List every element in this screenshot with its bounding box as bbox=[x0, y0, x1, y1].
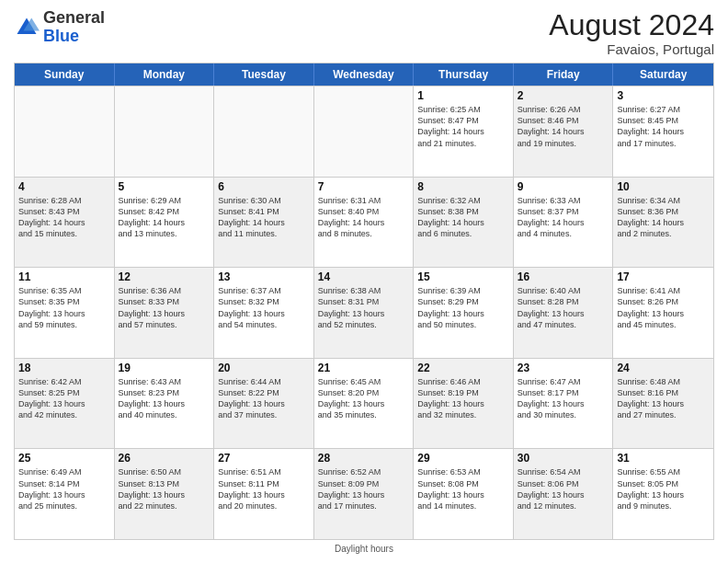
calendar-cell: 26Sunrise: 6:50 AM Sunset: 8:13 PM Dayli… bbox=[115, 449, 215, 539]
calendar-cell bbox=[214, 86, 314, 177]
calendar-cell: 28Sunrise: 6:52 AM Sunset: 8:09 PM Dayli… bbox=[314, 449, 415, 539]
calendar-cell: 29Sunrise: 6:53 AM Sunset: 8:08 PM Dayli… bbox=[414, 449, 514, 539]
day-info: Sunrise: 6:54 AM Sunset: 8:06 PM Dayligh… bbox=[518, 466, 609, 511]
day-number: 15 bbox=[417, 270, 509, 283]
day-number: 7 bbox=[318, 180, 410, 193]
day-info: Sunrise: 6:55 AM Sunset: 8:05 PM Dayligh… bbox=[617, 466, 710, 511]
calendar-cell: 2Sunrise: 6:26 AM Sunset: 8:46 PM Daylig… bbox=[514, 86, 614, 177]
day-info: Sunrise: 6:52 AM Sunset: 8:09 PM Dayligh… bbox=[318, 466, 410, 511]
calendar-cell: 6Sunrise: 6:30 AM Sunset: 8:41 PM Daylig… bbox=[214, 178, 314, 268]
calendar: SundayMondayTuesdayWednesdayThursdayFrid… bbox=[14, 63, 714, 540]
day-info: Sunrise: 6:31 AM Sunset: 8:40 PM Dayligh… bbox=[318, 195, 410, 240]
day-info: Sunrise: 6:50 AM Sunset: 8:13 PM Dayligh… bbox=[119, 466, 210, 511]
page: General Blue August 2024 Favaios, Portug… bbox=[0, 0, 728, 563]
day-number: 29 bbox=[417, 452, 509, 465]
day-info: Sunrise: 6:30 AM Sunset: 8:41 PM Dayligh… bbox=[218, 195, 310, 240]
header-day-wednesday: Wednesday bbox=[314, 63, 415, 86]
day-info: Sunrise: 6:51 AM Sunset: 8:11 PM Dayligh… bbox=[218, 466, 310, 511]
header-day-thursday: Thursday bbox=[414, 63, 514, 86]
day-info: Sunrise: 6:36 AM Sunset: 8:33 PM Dayligh… bbox=[119, 285, 210, 330]
calendar-row-5: 25Sunrise: 6:49 AM Sunset: 8:14 PM Dayli… bbox=[15, 448, 713, 539]
day-info: Sunrise: 6:35 AM Sunset: 8:35 PM Dayligh… bbox=[18, 285, 110, 330]
calendar-cell: 16Sunrise: 6:40 AM Sunset: 8:28 PM Dayli… bbox=[514, 268, 614, 358]
calendar-row-1: 1Sunrise: 6:25 AM Sunset: 8:47 PM Daylig… bbox=[15, 86, 713, 177]
header-day-saturday: Saturday bbox=[613, 63, 713, 86]
calendar-cell: 11Sunrise: 6:35 AM Sunset: 8:35 PM Dayli… bbox=[15, 268, 115, 358]
day-info: Sunrise: 6:49 AM Sunset: 8:14 PM Dayligh… bbox=[18, 466, 110, 511]
day-info: Sunrise: 6:29 AM Sunset: 8:42 PM Dayligh… bbox=[119, 195, 210, 240]
day-number: 13 bbox=[218, 270, 310, 283]
calendar-cell: 19Sunrise: 6:43 AM Sunset: 8:23 PM Dayli… bbox=[115, 359, 215, 449]
calendar-body: 1Sunrise: 6:25 AM Sunset: 8:47 PM Daylig… bbox=[15, 86, 713, 539]
month-year: August 2024 bbox=[549, 9, 714, 41]
day-number: 3 bbox=[617, 89, 710, 102]
day-number: 12 bbox=[119, 270, 210, 283]
calendar-cell: 31Sunrise: 6:55 AM Sunset: 8:05 PM Dayli… bbox=[613, 449, 713, 539]
day-number: 30 bbox=[518, 452, 609, 465]
calendar-cell: 3Sunrise: 6:27 AM Sunset: 8:45 PM Daylig… bbox=[613, 86, 713, 177]
day-info: Sunrise: 6:37 AM Sunset: 8:32 PM Dayligh… bbox=[218, 285, 310, 330]
day-number: 18 bbox=[18, 362, 110, 374]
header-day-sunday: Sunday bbox=[15, 63, 115, 86]
calendar-cell bbox=[115, 86, 215, 177]
title-block: August 2024 Favaios, Portugal bbox=[549, 9, 714, 57]
day-number: 2 bbox=[518, 89, 609, 102]
day-info: Sunrise: 6:42 AM Sunset: 8:25 PM Dayligh… bbox=[18, 376, 110, 421]
logo: General Blue bbox=[14, 9, 105, 46]
day-number: 11 bbox=[18, 270, 110, 283]
day-info: Sunrise: 6:48 AM Sunset: 8:16 PM Dayligh… bbox=[617, 376, 710, 421]
day-number: 26 bbox=[119, 452, 210, 465]
calendar-row-3: 11Sunrise: 6:35 AM Sunset: 8:35 PM Dayli… bbox=[15, 267, 713, 358]
calendar-header: SundayMondayTuesdayWednesdayThursdayFrid… bbox=[15, 63, 713, 86]
day-number: 21 bbox=[318, 362, 410, 374]
day-number: 10 bbox=[617, 180, 710, 193]
calendar-cell: 25Sunrise: 6:49 AM Sunset: 8:14 PM Dayli… bbox=[15, 449, 115, 539]
logo-icon bbox=[14, 15, 40, 40]
day-number: 22 bbox=[417, 362, 509, 374]
header-day-monday: Monday bbox=[115, 63, 215, 86]
day-info: Sunrise: 6:41 AM Sunset: 8:26 PM Dayligh… bbox=[617, 285, 710, 330]
day-info: Sunrise: 6:34 AM Sunset: 8:36 PM Dayligh… bbox=[617, 195, 710, 240]
calendar-cell: 1Sunrise: 6:25 AM Sunset: 8:47 PM Daylig… bbox=[414, 86, 514, 177]
day-number: 9 bbox=[518, 180, 609, 193]
calendar-cell: 8Sunrise: 6:32 AM Sunset: 8:38 PM Daylig… bbox=[414, 178, 514, 268]
calendar-cell: 20Sunrise: 6:44 AM Sunset: 8:22 PM Dayli… bbox=[214, 359, 314, 449]
footer: Daylight hours bbox=[14, 544, 714, 554]
day-number: 23 bbox=[518, 362, 609, 374]
calendar-cell: 18Sunrise: 6:42 AM Sunset: 8:25 PM Dayli… bbox=[15, 359, 115, 449]
day-number: 5 bbox=[119, 180, 210, 193]
day-info: Sunrise: 6:53 AM Sunset: 8:08 PM Dayligh… bbox=[417, 466, 509, 511]
day-info: Sunrise: 6:28 AM Sunset: 8:43 PM Dayligh… bbox=[18, 195, 110, 240]
day-number: 20 bbox=[218, 362, 310, 374]
calendar-cell: 21Sunrise: 6:45 AM Sunset: 8:20 PM Dayli… bbox=[314, 359, 415, 449]
day-number: 28 bbox=[318, 452, 410, 465]
day-info: Sunrise: 6:27 AM Sunset: 8:45 PM Dayligh… bbox=[617, 104, 710, 149]
day-number: 17 bbox=[617, 270, 710, 283]
day-number: 19 bbox=[119, 362, 210, 374]
calendar-cell: 12Sunrise: 6:36 AM Sunset: 8:33 PM Dayli… bbox=[115, 268, 215, 358]
calendar-cell: 13Sunrise: 6:37 AM Sunset: 8:32 PM Dayli… bbox=[214, 268, 314, 358]
calendar-cell: 10Sunrise: 6:34 AM Sunset: 8:36 PM Dayli… bbox=[613, 178, 713, 268]
day-info: Sunrise: 6:33 AM Sunset: 8:37 PM Dayligh… bbox=[518, 195, 609, 240]
day-number: 8 bbox=[417, 180, 509, 193]
day-info: Sunrise: 6:40 AM Sunset: 8:28 PM Dayligh… bbox=[518, 285, 609, 330]
day-info: Sunrise: 6:39 AM Sunset: 8:29 PM Dayligh… bbox=[417, 285, 509, 330]
day-number: 14 bbox=[318, 270, 410, 283]
calendar-cell: 17Sunrise: 6:41 AM Sunset: 8:26 PM Dayli… bbox=[613, 268, 713, 358]
calendar-cell: 9Sunrise: 6:33 AM Sunset: 8:37 PM Daylig… bbox=[514, 178, 614, 268]
header-day-friday: Friday bbox=[514, 63, 614, 86]
calendar-cell: 30Sunrise: 6:54 AM Sunset: 8:06 PM Dayli… bbox=[514, 449, 614, 539]
calendar-cell: 15Sunrise: 6:39 AM Sunset: 8:29 PM Dayli… bbox=[414, 268, 514, 358]
calendar-cell: 5Sunrise: 6:29 AM Sunset: 8:42 PM Daylig… bbox=[115, 178, 215, 268]
day-info: Sunrise: 6:44 AM Sunset: 8:22 PM Dayligh… bbox=[218, 376, 310, 421]
calendar-cell: 7Sunrise: 6:31 AM Sunset: 8:40 PM Daylig… bbox=[314, 178, 415, 268]
day-info: Sunrise: 6:32 AM Sunset: 8:38 PM Dayligh… bbox=[417, 195, 509, 240]
calendar-row-2: 4Sunrise: 6:28 AM Sunset: 8:43 PM Daylig… bbox=[15, 177, 713, 268]
day-number: 16 bbox=[518, 270, 609, 283]
calendar-cell: 24Sunrise: 6:48 AM Sunset: 8:16 PM Dayli… bbox=[613, 359, 713, 449]
day-number: 25 bbox=[18, 452, 110, 465]
header: General Blue August 2024 Favaios, Portug… bbox=[14, 9, 714, 57]
day-number: 24 bbox=[617, 362, 710, 374]
day-info: Sunrise: 6:46 AM Sunset: 8:19 PM Dayligh… bbox=[417, 376, 509, 421]
day-info: Sunrise: 6:47 AM Sunset: 8:17 PM Dayligh… bbox=[518, 376, 609, 421]
